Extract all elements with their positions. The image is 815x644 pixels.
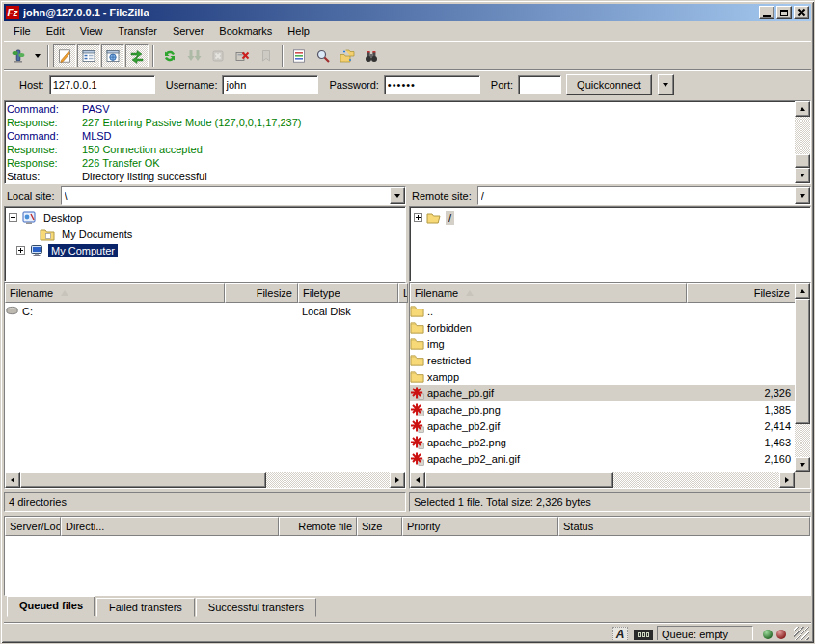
menu-item[interactable]: Bookmarks [211,22,280,40]
remote-file-row[interactable]: apache_pb2.png 1,463 [410,434,795,450]
minimize-button[interactable] [759,6,774,19]
scroll-down-button[interactable] [795,457,810,472]
find-files-button[interactable] [360,44,383,67]
tree-item-label[interactable]: My Computer [48,244,118,257]
scrollbar-thumb[interactable] [20,472,266,488]
local-file-rows[interactable]: C: Local Disk [5,303,405,472]
remote-vertical-scrollbar[interactable] [795,283,810,488]
host-input[interactable] [49,75,155,94]
tree-item-my-computer[interactable]: My Computer [9,242,405,258]
remote-file-row[interactable]: .. [410,303,795,319]
menu-item[interactable]: View [72,22,111,40]
remote-file-rows[interactable]: .. forbidden [410,303,795,472]
expand-icon[interactable] [414,213,422,222]
activity-led-red-icon [776,630,786,639]
toggle-remote-tree-button[interactable] [101,44,124,67]
local-site-dropdown[interactable] [390,187,405,204]
site-manager-button[interactable] [7,44,30,67]
remote-site-dropdown[interactable] [795,187,810,204]
log-line: Response: 226 Transfer OK [7,156,795,170]
remote-site-combo[interactable] [477,186,811,205]
toggle-transfer-queue-button[interactable] [125,44,149,67]
tree-item-desktop[interactable]: Desktop [9,209,405,226]
expand-icon[interactable] [16,246,25,255]
password-input[interactable] [384,75,480,94]
remote-file-row[interactable]: img [410,335,795,352]
queue-column-header[interactable]: Server/Local file [5,517,61,536]
disconnect-button[interactable] [231,44,254,67]
queue-column-header[interactable]: Directi... [61,517,279,536]
queue-tab[interactable]: Queued files [7,596,95,617]
queue-body[interactable] [5,536,810,595]
scrollbar-thumb[interactable] [425,472,613,488]
menu-item[interactable]: Edit [39,22,72,40]
column-header-filename[interactable]: Filename [410,283,687,303]
site-manager-dropdown[interactable] [31,44,43,67]
title-bar[interactable]: Fz john@127.0.0.1 - FileZilla [4,4,811,21]
username-input[interactable] [222,75,318,94]
queue-column-header[interactable]: Status [558,517,810,536]
tree-item-label[interactable]: Desktop [41,211,85,225]
remote-directory-tree[interactable]: / [409,206,811,282]
resize-grip[interactable] [794,627,809,640]
queue-tab[interactable]: Successful transfers [196,598,316,617]
scroll-down-button[interactable] [795,168,810,183]
remote-file-row[interactable]: forbidden [410,319,795,335]
column-header-filesize[interactable]: Filesize [225,283,298,303]
quickconnect-button[interactable]: Quickconnect [566,74,652,95]
remote-file-row[interactable]: apache_pb2_ani.gif 2,160 [410,450,795,467]
tree-item-label[interactable]: My Documents [59,228,135,241]
scroll-left-button[interactable] [5,472,20,488]
remote-file-row[interactable]: apache_pb.png 1,385 [410,401,795,417]
directory-comparison-button[interactable] [312,44,335,67]
menu-item[interactable]: File [6,22,39,40]
toggle-message-log-button[interactable] [53,44,76,67]
scroll-right-button[interactable] [390,472,405,488]
cancel-operation-button[interactable] [206,44,230,67]
reconnect-button[interactable] [255,44,278,67]
queue-column-header[interactable]: Size [357,517,402,536]
queue-tab[interactable]: Failed transfers [96,598,195,617]
process-queue-button[interactable] [182,44,205,67]
tree-item-label[interactable]: / [446,211,454,225]
scrollbar-thumb[interactable] [795,299,810,424]
menu-item[interactable]: Server [165,22,211,40]
collapse-icon[interactable] [9,213,17,222]
tree-item-root[interactable]: / [414,209,810,226]
scroll-up-button[interactable] [795,283,810,299]
scrollbar-thumb[interactable] [795,154,810,168]
toggle-local-tree-button[interactable] [77,44,100,67]
menu-item[interactable]: Transfer [110,22,165,40]
file-name: apache_pb.gif [427,388,687,399]
scroll-up-button[interactable] [795,101,810,117]
log-vertical-scrollbar[interactable] [795,101,810,183]
remote-horizontal-scrollbar[interactable] [410,472,795,488]
local-directory-tree[interactable]: Desktop My Documents My Computer [4,206,406,282]
local-horizontal-scrollbar[interactable] [5,472,405,488]
column-header-filesize[interactable]: Filesize [687,283,795,303]
close-button[interactable] [794,6,809,19]
local-site-combo[interactable] [61,186,406,205]
local-file-row[interactable]: C: Local Disk [5,303,405,319]
queue-column-header[interactable]: Remote file [279,517,357,536]
queue-column-header[interactable]: Priority [402,517,558,536]
scroll-right-button[interactable] [779,472,795,488]
synchronized-browsing-button[interactable] [336,44,359,67]
menu-item[interactable]: Help [280,22,317,40]
tree-item-my-documents[interactable]: My Documents [9,226,405,242]
local-site-input[interactable] [62,187,390,204]
remote-site-input[interactable] [478,187,795,204]
remote-file-row[interactable]: restricted [410,352,795,368]
filter-button[interactable] [287,44,311,67]
quickconnect-dropdown[interactable] [658,74,674,95]
refresh-button[interactable] [158,44,181,67]
remote-file-row[interactable]: xampp [410,368,795,385]
scroll-left-button[interactable] [410,472,425,488]
remote-file-row[interactable]: apache_pb2.gif 2,414 [410,417,795,434]
remote-file-row[interactable]: apache_pb.gif 2,326 [410,385,795,401]
port-input[interactable] [518,75,561,94]
log-text: PASV [82,102,110,116]
column-header-filetype[interactable]: Filetype [298,283,398,303]
maximize-button[interactable] [776,6,792,19]
column-header-filename[interactable]: Filename [5,283,225,303]
